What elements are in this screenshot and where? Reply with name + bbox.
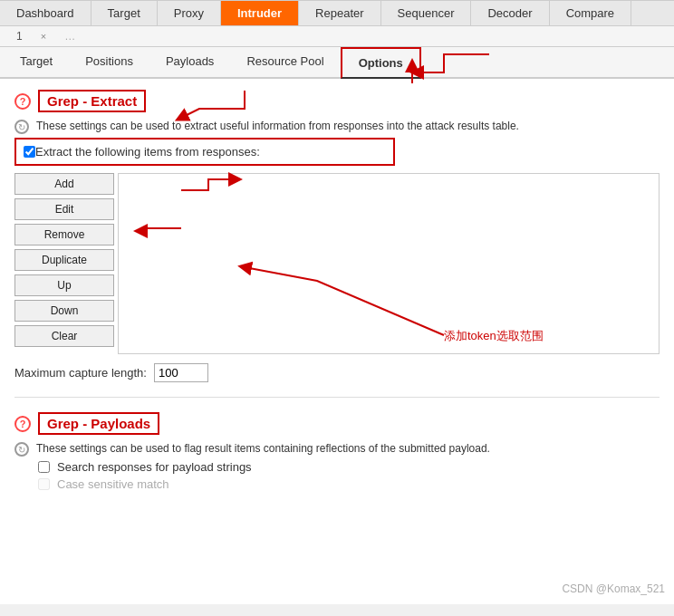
search-responses-label: Search responses for payload strings: [57, 460, 252, 474]
page-tab-resource-pool-tab[interactable]: Resource Pool: [230, 47, 340, 77]
grep-extract-desc: These settings can be used to extract us…: [36, 118, 519, 134]
page-tabs: TargetPositionsPayloadsResource PoolOpti…: [0, 47, 674, 79]
extract-area: AddEditRemoveDuplicateUpDownClear: [14, 166, 660, 354]
page-tab-options-tab[interactable]: Options: [341, 47, 421, 79]
watermark: CSDN @Komax_521: [562, 582, 665, 595]
refresh-icon: ↻: [14, 120, 29, 134]
top-nav-tab-compare[interactable]: Compare: [550, 1, 631, 25]
capture-input[interactable]: [154, 363, 208, 382]
capture-label: Maximum capture length:: [14, 366, 147, 380]
extract-list: [118, 173, 660, 354]
search-responses-row: Search responses for payload strings: [38, 460, 660, 474]
payloads-refresh-icon: ↻: [14, 442, 29, 457]
grep-payloads-section: ? Grep - Payloads ↻ These settings can b…: [14, 412, 660, 491]
top-nav-tab-proxy[interactable]: Proxy: [158, 1, 221, 25]
page-tab-target-tab[interactable]: Target: [4, 47, 69, 77]
btn-add[interactable]: Add: [14, 173, 114, 195]
extract-checkbox-row: Extract the following items from respons…: [14, 138, 395, 166]
search-responses-checkbox[interactable]: [38, 461, 50, 473]
page-tab-payloads-tab[interactable]: Payloads: [149, 47, 230, 77]
top-nav-tab-intruder[interactable]: Intruder: [221, 1, 299, 25]
extract-checkbox[interactable]: [24, 146, 35, 158]
btn-down[interactable]: Down: [14, 300, 114, 322]
btn-edit[interactable]: Edit: [14, 198, 114, 220]
sub-tab-bar: 1 × …: [0, 26, 674, 47]
case-sensitive-row: Case sensitive match: [38, 477, 660, 491]
top-nav-tab-dashboard[interactable]: Dashboard: [0, 1, 91, 25]
case-sensitive-label: Case sensitive match: [57, 477, 169, 491]
tab-close[interactable]: ×: [32, 27, 55, 45]
top-nav-tab-sequencer[interactable]: Sequencer: [381, 1, 472, 25]
section-divider: [14, 397, 660, 398]
grep-extract-header: ? Grep - Extract: [14, 90, 660, 112]
extract-checkbox-label: Extract the following items from respons…: [35, 145, 260, 159]
extract-buttons: AddEditRemoveDuplicateUpDownClear: [14, 166, 114, 354]
top-nav-bar: DashboardTargetProxyIntruderRepeaterSequ…: [0, 1, 674, 26]
capture-row: Maximum capture length:: [14, 363, 660, 382]
tab-more[interactable]: …: [55, 26, 84, 46]
grep-extract-section: ? Grep - Extract ↻ These settings can be…: [14, 90, 660, 382]
grep-payloads-title: Grep - Payloads: [38, 412, 159, 435]
grep-extract-icon: ?: [14, 93, 31, 110]
grep-payloads-header: ? Grep - Payloads: [14, 412, 660, 435]
top-nav-tab-repeater[interactable]: Repeater: [299, 1, 380, 25]
btn-remove[interactable]: Remove: [14, 224, 114, 245]
top-nav-tab-decoder[interactable]: Decoder: [471, 1, 549, 25]
btn-duplicate[interactable]: Duplicate: [14, 249, 114, 271]
btn-clear[interactable]: Clear: [14, 325, 114, 347]
grep-payloads-icon: ?: [14, 416, 31, 432]
grep-extract-title: Grep - Extract: [38, 90, 146, 112]
main-content: ? Grep - Extract ↻ These settings can be…: [0, 79, 674, 604]
page-tab-positions-tab[interactable]: Positions: [69, 47, 149, 77]
case-sensitive-checkbox[interactable]: [38, 478, 50, 490]
tab-number[interactable]: 1: [7, 26, 32, 46]
grep-payloads-desc: These settings can be used to flag resul…: [36, 440, 490, 457]
top-nav-tab-target[interactable]: Target: [91, 1, 158, 25]
btn-up[interactable]: Up: [14, 274, 114, 296]
